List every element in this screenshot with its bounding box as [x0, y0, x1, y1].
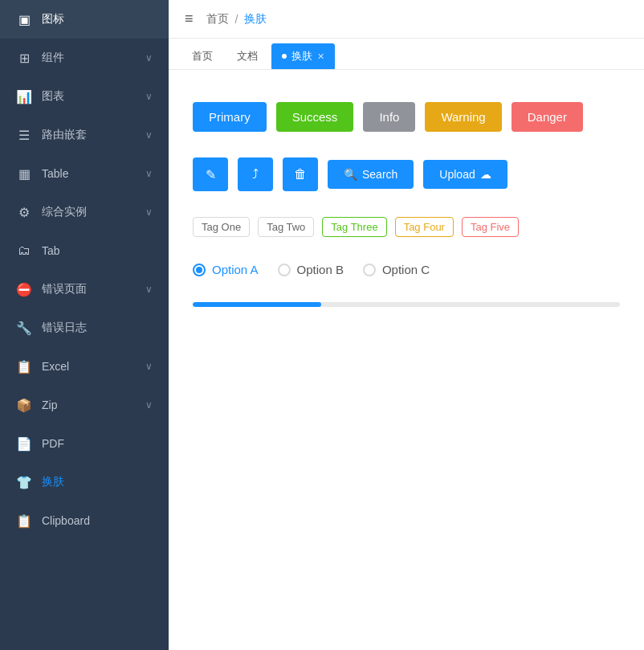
chevron-down-icon: ∨ [145, 399, 153, 411]
radio-label-c: Option C [382, 263, 430, 276]
primary-button[interactable]: Primary [193, 102, 267, 132]
sidebar-item-table[interactable]: ▦ Table ∨ [0, 154, 169, 193]
delete-button[interactable]: 🗑 [283, 157, 318, 191]
radio-option-c[interactable]: Option C [363, 263, 430, 276]
button-section-icons: ✎ ⤴ 🗑 🔍 Search Upload ☁ [193, 157, 620, 191]
sidebar-item-label: 路由嵌套 [42, 128, 145, 142]
tag-one[interactable]: Tag One [193, 217, 250, 237]
tab-active-dot [282, 54, 287, 59]
sidebar-item-pdf[interactable]: 📄 PDF [0, 424, 169, 463]
tag-four[interactable]: Tag Four [395, 217, 454, 237]
tab-home[interactable]: 首页 [181, 43, 223, 69]
sidebar-item-nested-routes[interactable]: ☰ 路由嵌套 ∨ [0, 116, 169, 154]
button-group-icons: ✎ ⤴ 🗑 🔍 Search Upload ☁ [193, 157, 620, 191]
sidebar-item-tab[interactable]: 🗂 Tab [0, 231, 169, 270]
radio-circle-a [193, 264, 206, 276]
chevron-down-icon: ∨ [145, 206, 153, 218]
search-icon: 🔍 [344, 168, 357, 181]
tags-section: Tag One Tag Two Tag Three Tag Four Tag F… [193, 217, 620, 237]
radio-section: Option A Option B Option C [193, 263, 620, 276]
progress-bar-container [193, 302, 620, 307]
sidebar-item-label: 组件 [42, 51, 145, 65]
tags-group: Tag One Tag Two Tag Three Tag Four Tag F… [193, 217, 620, 237]
sidebar-item-label: 错误日志 [42, 321, 153, 335]
nested-icon: ☰ [16, 127, 32, 143]
tag-two[interactable]: Tag Two [258, 217, 314, 237]
sidebar-item-components[interactable]: ⊞ 组件 ∨ [0, 39, 169, 77]
info-button[interactable]: Info [363, 102, 415, 132]
sidebar-item-label: Table [42, 167, 145, 180]
chevron-down-icon: ∨ [145, 129, 153, 141]
sidebar-item-label: 图表 [42, 89, 145, 104]
breadcrumb: 首页 / 换肤 [206, 12, 267, 27]
tab-doc[interactable]: 文档 [226, 43, 268, 69]
radio-circle-b [278, 264, 291, 276]
progress-bar-fill [193, 302, 321, 307]
tab-close-icon[interactable]: ✕ [317, 51, 324, 62]
header: ≡ 首页 / 换肤 [169, 0, 644, 39]
radio-label-b: Option B [297, 263, 344, 276]
table-icon: ▦ [16, 166, 32, 182]
tab-home-label: 首页 [192, 50, 213, 62]
chevron-down-icon: ∨ [145, 284, 153, 295]
upload-label: Upload [439, 168, 475, 181]
button-section-types: Primary Success Info Warning Danger [193, 102, 620, 132]
edit-icon: ✎ [206, 167, 216, 182]
radio-option-a[interactable]: Option A [193, 263, 259, 276]
radio-option-b[interactable]: Option B [278, 263, 344, 276]
sidebar-item-comprehensive[interactable]: ⚙ 综合实例 ∨ [0, 193, 169, 231]
radio-circle-c [363, 264, 376, 276]
search-button[interactable]: 🔍 Search [328, 160, 414, 189]
excel-icon: 📋 [16, 358, 32, 374]
tag-five[interactable]: Tag Five [462, 217, 519, 237]
sidebar-item-charts[interactable]: 📊 图表 ∨ [0, 77, 169, 116]
danger-button[interactable]: Danger [512, 102, 583, 132]
success-button[interactable]: Success [276, 102, 354, 132]
sidebar-item-label: PDF [42, 437, 153, 450]
warning-button[interactable]: Warning [425, 102, 501, 132]
sidebar-item-error-page[interactable]: ⛔ 错误页面 ∨ [0, 270, 169, 309]
error-page-icon: ⛔ [16, 281, 32, 297]
sidebar-item-label: 图标 [42, 12, 153, 27]
button-group-types: Primary Success Info Warning Danger [193, 102, 620, 132]
sidebar-item-excel[interactable]: 📋 Excel ∨ [0, 347, 169, 386]
sidebar-item-icon[interactable]: ▣ 图标 [0, 0, 169, 39]
sidebar-item-error-log[interactable]: 🔧 错误日志 [0, 309, 169, 347]
breadcrumb-current: 换肤 [244, 12, 267, 27]
radio-group: Option A Option B Option C [193, 263, 620, 276]
error-log-icon: 🔧 [16, 320, 32, 336]
clipboard-icon: 📋 [16, 513, 32, 529]
breadcrumb-separator: / [235, 13, 238, 26]
sidebar-item-clipboard[interactable]: 📋 Clipboard [0, 501, 169, 540]
zip-icon: 📦 [16, 397, 32, 413]
components-icon: ⊞ [16, 50, 32, 66]
search-button-label: Search [362, 168, 397, 181]
upload-button[interactable]: Upload ☁ [423, 160, 507, 189]
comprehensive-icon: ⚙ [16, 204, 32, 220]
share-button[interactable]: ⤴ [238, 157, 273, 191]
chevron-down-icon: ∨ [145, 361, 153, 372]
tab-theme[interactable]: 换肤 ✕ [271, 43, 335, 69]
sidebar-item-label: Clipboard [42, 514, 153, 527]
sidebar-item-label: Zip [42, 399, 145, 411]
breadcrumb-home[interactable]: 首页 [206, 12, 229, 27]
main-content: ≡ 首页 / 换肤 首页 文档 换肤 ✕ Primary Success Inf… [169, 0, 644, 650]
tab-doc-label: 文档 [237, 50, 258, 62]
sidebar-item-label: 综合实例 [42, 205, 145, 219]
sidebar: ▣ 图标 ⊞ 组件 ∨ 📊 图表 ∨ ☰ 路由嵌套 ∨ ▦ Table ∨ ⚙ … [0, 0, 169, 650]
progress-section [193, 302, 620, 307]
edit-button[interactable]: ✎ [193, 157, 228, 191]
menu-toggle-icon[interactable]: ≡ [185, 10, 194, 27]
share-icon: ⤴ [252, 167, 259, 182]
sidebar-item-zip[interactable]: 📦 Zip ∨ [0, 386, 169, 424]
tab-icon: 🗂 [16, 243, 32, 259]
chevron-down-icon: ∨ [145, 52, 153, 63]
sidebar-item-theme[interactable]: 👕 换肤 [0, 463, 169, 501]
tag-three[interactable]: Tag Three [322, 217, 386, 237]
sidebar-item-label: Tab [42, 244, 153, 257]
upload-icon: ☁ [480, 168, 491, 181]
delete-icon: 🗑 [294, 167, 307, 182]
sidebar-item-label: 错误页面 [42, 282, 145, 296]
chevron-down-icon: ∨ [145, 168, 153, 179]
chevron-down-icon: ∨ [145, 91, 153, 102]
